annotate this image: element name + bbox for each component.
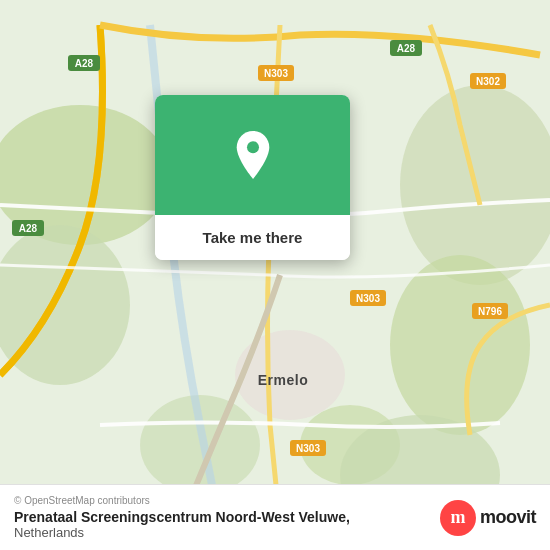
- location-name: Prenataal Screeningscentrum Noord-West V…: [14, 509, 350, 525]
- bottom-bar: © OpenStreetMap contributors Prenataal S…: [0, 484, 550, 550]
- location-country: Netherlands: [14, 525, 350, 540]
- svg-text:N303: N303: [264, 68, 288, 79]
- svg-text:A28: A28: [397, 43, 416, 54]
- attribution-text: © OpenStreetMap contributors: [14, 495, 350, 506]
- svg-text:Ermelo: Ermelo: [258, 372, 308, 388]
- svg-text:N302: N302: [476, 76, 500, 87]
- svg-text:A28: A28: [75, 58, 94, 69]
- popup-green-header: [155, 95, 350, 215]
- map-container: A28 A28 A28 N303 N303 N303 N302 N796 Erm…: [0, 0, 550, 550]
- svg-text:A28: A28: [19, 223, 38, 234]
- popup-card: Take me there: [155, 95, 350, 260]
- moovit-logo: m moovit: [440, 500, 536, 536]
- bottom-bar-info: © OpenStreetMap contributors Prenataal S…: [14, 495, 350, 540]
- moovit-icon: m: [440, 500, 476, 536]
- moovit-text: moovit: [480, 507, 536, 528]
- svg-text:N303: N303: [356, 293, 380, 304]
- svg-text:N796: N796: [478, 306, 502, 317]
- take-me-there-button[interactable]: Take me there: [155, 215, 350, 260]
- svg-point-26: [247, 141, 259, 153]
- svg-text:N303: N303: [296, 443, 320, 454]
- svg-point-4: [390, 255, 530, 435]
- location-pin-icon: [229, 131, 277, 179]
